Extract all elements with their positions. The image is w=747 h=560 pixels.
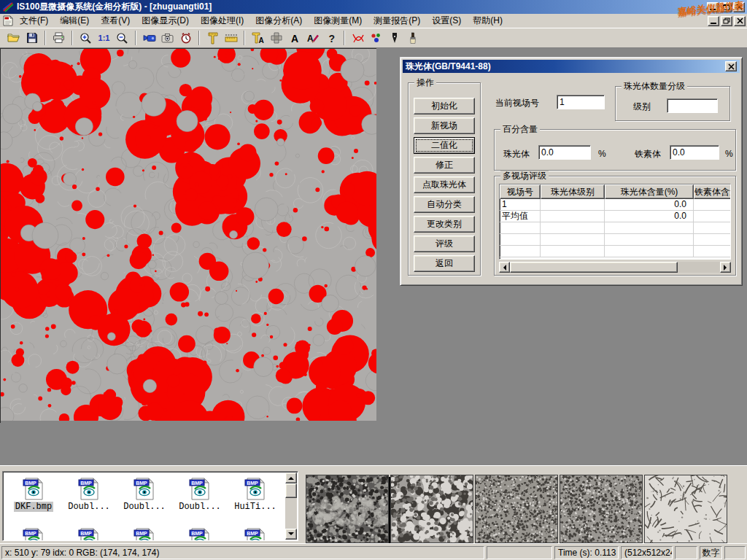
grade-label: 级别 xyxy=(633,101,651,112)
file-item[interactable] xyxy=(117,527,172,541)
video-camera-icon[interactable] xyxy=(140,29,158,47)
init-button[interactable]: 初始化 xyxy=(414,98,475,114)
ferrite-percent-input[interactable] xyxy=(670,145,719,160)
new-field-button[interactable]: 新视场 xyxy=(414,117,475,134)
app-window: { "window": { "title": "IS100显微摄像系统(金相分析… xyxy=(0,0,747,560)
text-annotate-icon[interactable]: A xyxy=(285,29,303,47)
svg-text:A: A xyxy=(291,33,298,44)
thumbnail-2[interactable] xyxy=(390,475,473,543)
thumbnail-5[interactable] xyxy=(644,475,727,543)
grid-stamp-icon[interactable] xyxy=(267,29,285,47)
grade-group: 珠光体数量分级 级别 xyxy=(615,86,730,121)
capture-camera-icon[interactable] xyxy=(158,29,177,47)
dialog-title-bar[interactable]: 珠光体(GB/T9441-88) xyxy=(403,60,740,73)
save-icon[interactable] xyxy=(23,29,41,47)
percent-group: 百分含量 珠光体 % 铁素体 % xyxy=(494,129,736,171)
current-view-label: 当前视场号 xyxy=(495,97,539,109)
mdi-restore-button[interactable] xyxy=(721,16,732,26)
measure-text-icon[interactable]: A xyxy=(249,29,267,47)
current-view-input[interactable] xyxy=(557,95,605,109)
zoom-out-icon[interactable] xyxy=(113,29,131,47)
menu-item-view[interactable]: 查看(V) xyxy=(95,13,136,28)
menu-item-image-display[interactable]: 图像显示(D) xyxy=(136,13,195,28)
scroll-right-icon xyxy=(724,265,729,271)
timer-clock-icon[interactable] xyxy=(177,29,195,47)
image-frame xyxy=(0,48,376,423)
help-icon[interactable]: ? xyxy=(322,29,340,47)
file-item[interactable]: Doubl... xyxy=(117,477,172,512)
table-horizontal-scrollbar[interactable] xyxy=(499,262,731,273)
print-icon[interactable] xyxy=(50,29,68,47)
brush-tool-icon[interactable] xyxy=(403,29,422,47)
pick-pearlite-button[interactable]: 点取珠光体 xyxy=(414,176,475,193)
open-file-icon[interactable] xyxy=(4,29,23,47)
cell-ferrite xyxy=(694,199,731,211)
file-item[interactable]: DKF.bmp xyxy=(6,477,61,512)
file-browser: DKF.bmp Doubl... Doubl... Doubl... HuiTi… xyxy=(2,471,298,541)
title-bar: IS100显微摄像系统(金相分析版) - [zhuguangti01] xyxy=(0,0,747,14)
table-row[interactable] xyxy=(500,234,730,246)
ruler-icon[interactable] xyxy=(222,29,240,47)
file-item[interactable]: HuiTi... xyxy=(228,477,283,512)
scrollbar-thumb[interactable] xyxy=(285,483,297,498)
cell-pearlite: 0.0 xyxy=(605,199,694,211)
return-button[interactable]: 返回 xyxy=(414,255,475,272)
menu-item-image-process[interactable]: 图像处理(I) xyxy=(195,13,249,28)
actual-size-icon[interactable]: 1:1 xyxy=(95,29,113,47)
grade-input[interactable] xyxy=(667,98,718,113)
scroll-down-button[interactable] xyxy=(285,529,297,540)
mdi-close-button[interactable] xyxy=(734,16,746,26)
file-item[interactable]: Doubl... xyxy=(61,477,117,512)
scroll-right-button[interactable] xyxy=(720,262,731,273)
table-row[interactable]: 平均值 0.0 xyxy=(500,211,730,222)
menu-item-image-measure[interactable]: 图像测量(M) xyxy=(308,13,368,28)
status-image-size: (512x512x24) xyxy=(621,546,673,559)
menu-item-measure-report[interactable]: 测量报告(P) xyxy=(368,13,426,28)
bmp-file-icon xyxy=(133,527,155,541)
file-item[interactable] xyxy=(228,527,283,541)
close-button[interactable] xyxy=(733,2,745,12)
count-markers-icon[interactable] xyxy=(367,29,385,47)
file-item[interactable] xyxy=(6,527,61,541)
table-row[interactable] xyxy=(500,222,730,234)
auto-classify-button[interactable]: 自动分类 xyxy=(414,196,475,213)
scrollbar-thumb[interactable] xyxy=(510,262,678,273)
thumbnail-1[interactable] xyxy=(306,475,389,543)
minimize-button[interactable] xyxy=(707,2,719,12)
metallographic-image[interactable] xyxy=(1,49,376,421)
caliper-icon[interactable] xyxy=(204,29,222,47)
correct-button[interactable]: 修正 xyxy=(414,157,475,174)
menu-item-settings[interactable]: 设置(S) xyxy=(426,13,467,28)
table-row[interactable]: 1 0.0 xyxy=(500,199,730,211)
menu-item-file[interactable]: 文件(F) xyxy=(14,13,54,28)
bottom-panel: DKF.bmp Doubl... Doubl... Doubl... HuiTi… xyxy=(0,465,747,543)
operation-group: 操作 初始化 新视场 二值化 修正 点取珠光体 自动分类 更改类别 评级 返回 xyxy=(408,82,481,276)
menu-item-edit[interactable]: 编辑(E) xyxy=(54,13,95,28)
close-icon xyxy=(736,4,743,10)
zoom-in-icon[interactable] xyxy=(77,29,95,47)
bmp-file-icon xyxy=(244,527,266,541)
menu-item-image-analysis[interactable]: 图像分析(A) xyxy=(249,13,308,28)
scroll-up-button[interactable] xyxy=(285,472,297,483)
file-item[interactable] xyxy=(172,527,228,541)
menu-item-help[interactable]: 帮助(H) xyxy=(467,13,508,28)
change-class-button[interactable]: 更改类别 xyxy=(414,216,475,233)
pen-tool-icon[interactable] xyxy=(385,29,403,47)
edit-annotate-icon[interactable]: A xyxy=(303,29,322,47)
maximize-button[interactable] xyxy=(720,2,732,12)
mdi-minimize-button[interactable] xyxy=(708,16,719,26)
pearlite-percent-input[interactable] xyxy=(538,145,591,160)
file-list-scrollbar[interactable] xyxy=(285,472,297,540)
table-row[interactable] xyxy=(500,246,730,257)
thumbnail-3[interactable] xyxy=(475,475,558,543)
file-item[interactable]: Doubl... xyxy=(172,477,228,512)
dialog-close-button[interactable] xyxy=(725,61,737,71)
rate-button[interactable]: 评级 xyxy=(414,236,475,252)
curve-tool-icon[interactable] xyxy=(349,29,367,47)
thumbnail-4[interactable] xyxy=(560,475,643,543)
scroll-left-button[interactable] xyxy=(499,262,510,273)
binarize-button[interactable]: 二值化 xyxy=(414,137,475,154)
file-item[interactable] xyxy=(61,527,117,541)
toolbar-separator xyxy=(44,31,46,45)
file-name-label: DKF.bmp xyxy=(14,502,53,512)
